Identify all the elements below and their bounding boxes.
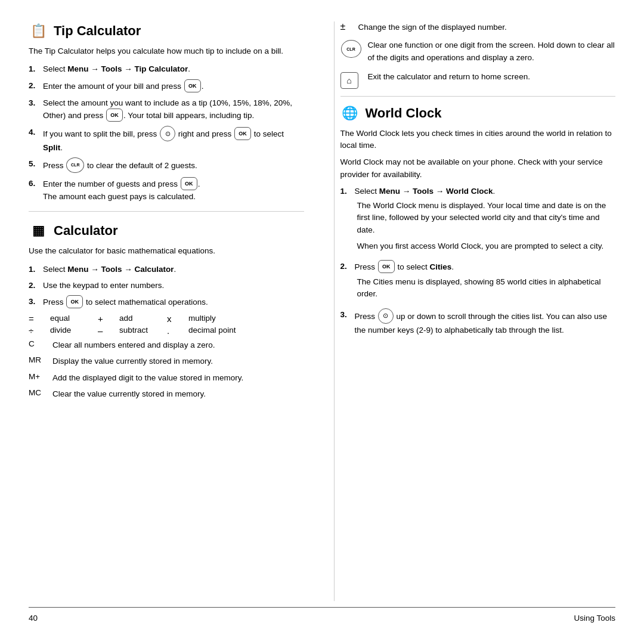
calc-steps: 1. Select Menu → Tools → Calculator. 2. … [29,264,304,309]
tip-step-2: 2. Enter the amount of your bill and pre… [29,80,304,93]
op-label: multiply [188,314,224,324]
step-content: Press ⊙ up or down to scroll through the… [355,309,616,336]
footer-page-number: 40 [29,614,38,623]
wc-step-3: 3. Press ⊙ up or down to scroll through … [340,309,616,336]
tip-step-6: 6. Enter the number of guests and press … [29,178,304,203]
tip-calc-steps: 1. Select Menu → Tools → Tip Calculator.… [29,63,304,203]
op-sym: x [167,314,177,324]
step-indent2: When you first access World Clock, you a… [355,240,616,252]
tip-calc-icon: 📋 [29,21,48,41]
tip-calc-title-text: Tip Calculator [54,23,141,39]
tip-calculator-section: 📋 Tip Calculator The Tip Calculator help… [29,21,304,203]
step-indent: The World Clock menu is displayed. Your … [355,200,616,236]
tip-calc-desc: The Tip Calculator helps you calculate h… [29,45,304,57]
step-content: Select Menu → Tools → World Clock. The W… [355,185,616,256]
clr-button-icon: CLR [66,157,84,173]
ok-button-icon: OK [234,127,251,140]
op-sym: + [98,314,107,324]
footer: 40 Using Tools [29,607,615,623]
sym-icon-clr: CLR Clear one function or one digit from… [340,39,616,64]
step-num: 1. [29,63,39,75]
home-icon-cell: ⌂ [340,71,362,89]
mem-desc: Clear all numbers entered and display a … [52,339,304,351]
op-label: decimal point [188,326,236,336]
op-sym: . [167,326,177,336]
world-clock-title: 🌐 World Clock [340,104,616,123]
mem-table: C Clear all numbers entered and display … [29,339,304,400]
op-sym: = [29,314,38,324]
clr-icon-cell: CLR [340,39,362,58]
calc-title: ▦ Calculator [29,221,304,240]
world-clock-desc2: World Clock may not be available on your… [340,156,616,181]
mem-row-c: C Clear all numbers entered and display … [29,339,304,351]
step-content: Select Menu → Tools → Calculator. [43,264,304,275]
section-divider [29,211,304,212]
mem-key: MC [29,388,47,397]
clr-desc: Clear one function or one digit from the… [368,39,616,64]
op-label: add [119,314,155,324]
tip-step-3: 3. Select the amount you want to include… [29,97,304,122]
mem-desc: Clear the value currently stored in memo… [52,388,304,400]
op-label: subtract [119,326,155,336]
pm-sym: ± [340,21,352,32]
mem-desc: Add the displayed digit to the value sto… [52,372,304,384]
step-content: Use the keypad to enter numbers. [43,280,304,292]
step-num: 1. [29,264,39,275]
right-column: ± Change the sign of the displayed numbe… [334,21,616,601]
mem-key: MR [29,355,47,364]
ok-button-icon: OK [106,109,123,122]
step-num: 2. [29,80,39,93]
op-sym: – [98,326,107,336]
step-content: Press CLR to clear the default of 2 gues… [43,158,304,174]
mem-desc: Display the value currently stored in me… [52,355,304,367]
wc-step-2: 2. Press OK to select Cities. The Cities… [340,261,616,305]
ops-table: = equal + add x multiply ÷ divide – subt… [29,314,304,336]
calc-step-2: 2. Use the keypad to enter numbers. [29,280,304,292]
step-num: 3. [340,309,351,336]
world-clock-steps: 1. Select Menu → Tools → World Clock. Th… [340,185,616,336]
step-content: Enter the number of guests and press OK.… [43,178,304,203]
tip-calc-title: 📋 Tip Calculator [29,21,304,41]
calc-step-3: 3. Press OK to select mathematical opera… [29,296,304,309]
step-indent: The Cities menu is displayed, showing 85… [355,276,616,301]
tip-step-4: 4. If you want to split the bill, press … [29,126,304,154]
sym-row-pm: ± Change the sign of the displayed numbe… [340,21,616,33]
content-area: 📋 Tip Calculator The Tip Calculator help… [29,21,615,601]
pm-desc: Change the sign of the displayed number. [358,21,616,33]
world-clock-desc1: The World Clock lets you check times in … [340,128,616,152]
step-num: 2. [29,280,39,292]
tip-step-1: 1. Select Menu → Tools → Tip Calculator. [29,63,304,75]
step-num: 5. [29,158,39,174]
step-num: 3. [29,97,39,122]
calc-title-text: Calculator [54,223,118,239]
op-sym: ÷ [29,326,38,336]
mem-key: C [29,339,47,348]
ok-button-icon: OK [66,295,83,308]
step-num: 1. [340,185,351,256]
world-clock-icon: 🌐 [340,104,360,123]
nav-button-icon: ⊙ [378,308,394,324]
step-content: Select Menu → Tools → Tip Calculator. [43,63,304,75]
step-num: 6. [29,178,39,203]
mem-row-mc: MC Clear the value currently stored in m… [29,388,304,400]
step-num: 3. [29,296,39,309]
right-section-divider [340,96,616,97]
ok-button-icon: OK [184,79,201,92]
mem-row-mr: MR Display the value currently stored in… [29,355,304,367]
world-clock-title-text: World Clock [366,106,442,121]
nav-button-icon: ⊙ [160,126,175,141]
mem-row-mplus: M+ Add the displayed digit to the value … [29,372,304,384]
sym-icon-home: ⌂ Exit the calculator and return to home… [340,71,616,89]
page: 📋 Tip Calculator The Tip Calculator help… [0,0,644,644]
clr-icon: CLR [341,40,361,58]
tip-step-5: 5. Press CLR to clear the default of 2 g… [29,158,304,174]
footer-section-title: Using Tools [574,614,615,623]
left-column: 📋 Tip Calculator The Tip Calculator help… [29,21,310,601]
op-label: equal [50,314,86,324]
step-num: 4. [29,126,39,154]
op-label: divide [50,326,86,336]
step-content: If you want to split the bill, press ⊙ r… [43,126,304,154]
calculator-section: ▦ Calculator Use the calculator for basi… [29,221,304,400]
ok-button-icon: OK [181,177,197,190]
step-content: Press OK to select Cities. The Cities me… [355,261,616,305]
